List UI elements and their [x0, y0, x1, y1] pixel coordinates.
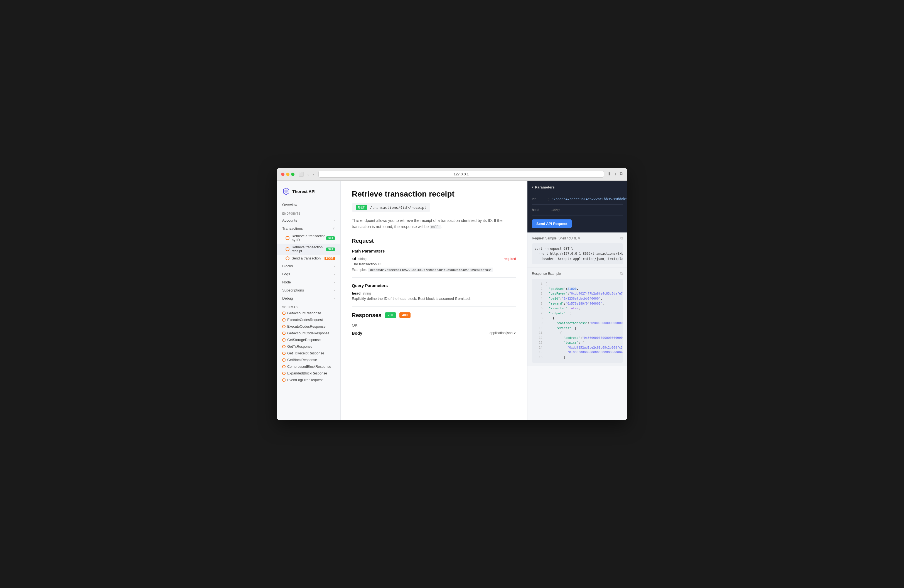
param-row-id-value[interactable]: 0xb6b5b47a5eee8b14e5222ac1bb957c0bbdc3d4… [552, 197, 627, 201]
schema-label: GetStorageResponse [287, 338, 321, 342]
browser-actions: ⬆ ＋ ⧉ [607, 171, 623, 177]
tabs-icon[interactable]: ⧉ [620, 171, 623, 177]
json-line-10: 10 "events": [ [535, 326, 620, 331]
accounts-chevron-icon: › [334, 219, 335, 222]
sidebar-item-node[interactable]: Node › [277, 278, 340, 286]
sidebar-sub-retrieve-tx[interactable]: Retrieve a transaction by ID GET [277, 232, 340, 243]
endpoint-path: /transactions/{id}/receipt [370, 205, 427, 210]
browser-window: ⬜ ‹ › ⬆ ＋ ⧉ Thorest API Overview ENDPO [277, 168, 627, 420]
schema-dot [282, 378, 286, 382]
back-button[interactable]: ‹ [307, 172, 310, 177]
close-button[interactable] [281, 172, 284, 176]
response-example-panel: Response Example ⧉ 1{ 2 "gasUsed": 21000… [528, 268, 627, 366]
schema-item-compressed-block[interactable]: CompressedBlockResponse [277, 364, 340, 370]
address-bar[interactable] [318, 171, 604, 178]
retrieve-tx-label: Retrieve a transaction by ID [292, 234, 326, 242]
sidebar-item-subscriptions[interactable]: Subscriptions › [277, 286, 340, 294]
schema-item-get-tx[interactable]: GetTxResponse [277, 343, 340, 350]
schema-item-event-log-filter[interactable]: EventLogFilterRequest [277, 377, 340, 383]
params-panel-label: Parameters [535, 185, 555, 189]
request-sample-header: Request Sample: Shell / cURL ∨ ⧉ [532, 236, 623, 240]
request-sample-code: curl --request GET \ --url http://127.0.… [532, 243, 623, 264]
sidebar-item-debug[interactable]: Debug › [277, 294, 340, 302]
schema-label: GetTxResponse [287, 345, 312, 349]
node-chevron-icon: › [334, 281, 335, 284]
sub-nav-left-send: Send a transaction [286, 256, 321, 260]
schema-item-get-storage[interactable]: GetStorageResponse [277, 337, 340, 343]
schema-item-get-block[interactable]: GetBlockResponse [277, 357, 340, 364]
right-panel: ▾ Parameters id* : 0xb6b5b47a5eee8b14e52… [527, 181, 627, 420]
schema-dot [282, 371, 286, 375]
overview-label: Overview [282, 203, 297, 207]
logs-label: Logs [282, 272, 290, 276]
param-head-block: head string Explicitly define the ID of … [352, 291, 516, 301]
sidebar-toggle-button[interactable]: ⬜ [298, 172, 305, 177]
param-head-desc: Explicitly define the ID of the head blo… [352, 297, 516, 301]
params-panel-header: ▾ Parameters [532, 185, 623, 189]
method-badge: GET [356, 205, 367, 210]
response-example-label: Response Example [532, 272, 561, 276]
json-line-16: 16 ] [535, 355, 620, 360]
param-id-block: id string required The transaction ID Ex… [352, 257, 516, 272]
sidebar-item-blocks[interactable]: Blocks › [277, 262, 340, 270]
debug-label: Debug [282, 296, 293, 300]
param-row-id: id* : 0xb6b5b47a5eee8b14e5222ac1bb957c0b… [532, 194, 623, 205]
sidebar-item-accounts[interactable]: Accounts › [277, 217, 340, 224]
param-row-head-placeholder[interactable]: string [552, 208, 559, 212]
param-row-id-name: id* [532, 197, 546, 201]
schema-dot [282, 365, 286, 368]
share-icon[interactable]: ⬆ [607, 171, 611, 177]
forward-button[interactable]: › [312, 172, 315, 177]
json-line-13: 13 "topics": [ [535, 340, 620, 345]
response-400-badge[interactable]: 400 [400, 312, 411, 318]
json-line-5: 5 "reward": "0x576e189f04f60000", [535, 301, 620, 306]
json-line-15: 15 "0x0000000000000000000000000043593 [535, 350, 620, 355]
retrieve-tx-method-badge: GET [326, 236, 335, 240]
copy-response-icon[interactable]: ⧉ [620, 271, 623, 276]
copy-request-icon[interactable]: ⧉ [620, 236, 623, 240]
send-tx-dot [286, 256, 289, 260]
json-line-11: 11 { [535, 330, 620, 335]
new-tab-icon[interactable]: ＋ [613, 171, 618, 177]
json-line-1: 1{ [535, 281, 620, 286]
body-format[interactable]: application/json ∨ [490, 331, 516, 335]
json-line-12: 12 "address": "0x00000000000000000000000… [535, 335, 620, 340]
sidebar-item-logs[interactable]: Logs › [277, 270, 340, 278]
schema-item-execute-codes-resp[interactable]: ExecuteCodesResponse [277, 323, 340, 330]
subscriptions-label: Subscriptions [282, 288, 304, 292]
request-sample-panel: Request Sample: Shell / cURL ∨ ⧉ curl --… [528, 232, 627, 268]
json-line-2: 2 "gasUsed": 21000, [535, 286, 620, 291]
sidebar-sub-retrieve-receipt[interactable]: Retrieve transaction receipt GET [277, 243, 340, 255]
logo-text: Thorest API [292, 189, 316, 194]
json-line-4: 4 "paid": "0x1236efcbcbb340000", [535, 296, 620, 301]
schema-label: GetBlockResponse [287, 358, 317, 362]
traffic-lights [281, 172, 294, 176]
schema-item-get-account[interactable]: GetAccountResponse [277, 310, 340, 316]
schema-item-execute-codes-req[interactable]: ExecuteCodesRequest [277, 316, 340, 323]
sidebar-item-transactions[interactable]: Transactions ∨ [277, 224, 340, 232]
retrieve-tx-dot [286, 236, 289, 240]
null-code: null [430, 224, 441, 229]
send-api-request-button[interactable]: Send API Request [532, 220, 572, 228]
param-row-head: head : string [532, 205, 623, 215]
response-example-header: Response Example ⧉ [532, 271, 623, 276]
response-200-badge[interactable]: 200 [385, 312, 396, 318]
logo-icon [282, 187, 290, 195]
endpoints-section-label: ENDPOINTS [277, 209, 340, 217]
node-label: Node [282, 280, 291, 284]
maximize-button[interactable] [291, 172, 294, 176]
response-example-code: 1{ 2 "gasUsed": 21000, 3 "gasPayer": "0x… [532, 279, 623, 363]
schema-item-get-tx-receipt[interactable]: GetTxReceiptResponse [277, 350, 340, 357]
subscriptions-chevron-icon: › [334, 289, 335, 292]
param-id-header: id string required [352, 257, 516, 261]
blocks-label: Blocks [282, 264, 293, 268]
param-id-example-val: 0xb6b5b47a5eee8b14e5222ac1bb957c0bbdc3d4… [368, 267, 493, 272]
schema-item-expanded-block[interactable]: ExpandedBlockResponse [277, 370, 340, 377]
logo: Thorest API [277, 185, 340, 201]
schema-item-get-account-code[interactable]: GetAccountCodeResponse [277, 330, 340, 337]
sidebar-item-overview[interactable]: Overview [277, 201, 340, 209]
divider [352, 277, 516, 278]
receipt-dot [286, 247, 289, 251]
minimize-button[interactable] [286, 172, 289, 176]
sidebar-sub-send-tx[interactable]: Send a transaction POST [277, 255, 340, 262]
